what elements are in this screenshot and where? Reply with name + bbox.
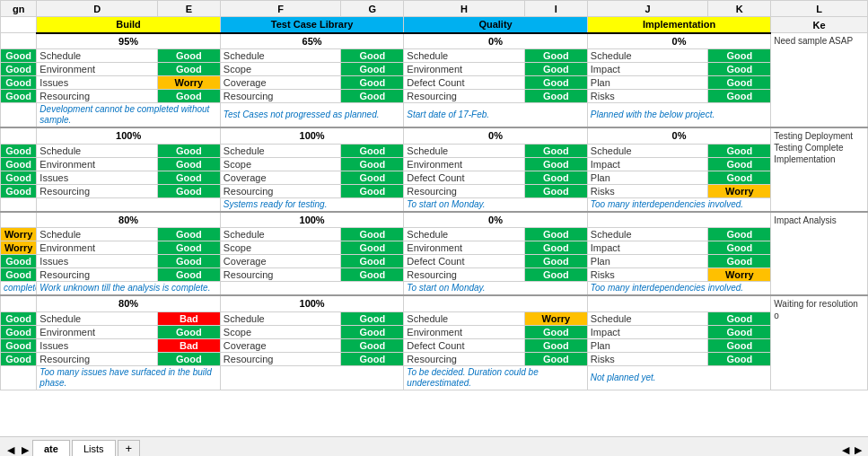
b4r2-k: Good [708,325,771,338]
b2r1-i: Good [524,144,587,157]
col-header-gn: gn [1,1,37,17]
col-header-g: G [341,1,404,17]
b2r4-g: Good [341,184,404,197]
tab-lists[interactable]: Lists [72,440,116,456]
b3r1-f: Schedule [220,228,341,241]
b1r2-f: Scope [220,63,341,76]
tab-ate[interactable]: ate [32,440,70,456]
block2-row1: Good Schedule Good Schedule Good Schedul… [1,144,868,157]
tab-bar: ◀ ▶ ate Lists + ◀ ▶ [0,436,868,456]
b3r4-f: Resourcing [220,268,341,282]
b4r4-d: Resourcing [37,352,158,365]
block4-row1: Good Schedule Bad Schedule Good Schedule… [1,311,868,325]
b3r2-d: Environment [37,241,158,255]
b3r4-h: Resourcing [404,268,525,282]
b3r3-i: Good [524,255,587,268]
block3-build-pct: 80% [37,212,220,228]
block4-build-pct: 80% [37,295,220,311]
b3r1-g: Good [341,228,404,241]
b2r1-j: Schedule [587,144,708,157]
col-header-e: E [157,1,220,17]
b4r1-h: Schedule [404,311,525,325]
b4r3-i: Good [524,338,587,352]
b3r3-g: Good [341,255,404,268]
b3r1-j: Schedule [587,228,708,241]
b2r1-k: Good [708,144,771,157]
b3r4-j: Risks [587,268,708,282]
tab-add-button[interactable]: + [118,440,141,456]
block1-pct-row: 95% 65% 0% 0% Need sample ASAP [1,33,868,49]
col-header-h: H [404,1,525,17]
block4-note-d: Too many issues have surfaced in the bui… [37,365,220,390]
tab-nav-right[interactable]: ▶ [18,444,32,456]
b3r2-k: Good [708,241,771,255]
b4r3-k: Good [708,338,771,352]
b4r4-i: Good [524,352,587,365]
block2-impl-pct: 0% [587,127,770,144]
tab-nav-left[interactable]: ◀ [4,444,18,456]
col-header-d: D [37,1,158,17]
b4r1-j: Schedule [587,311,708,325]
impl-header: Implementation [587,17,770,33]
b1r2-g: Good [341,63,404,76]
b3r2-h: Environment [404,241,525,255]
b1r2-k: Good [708,63,771,76]
block4-row4: Good Resourcing Good Resourcing Good Res… [1,352,868,365]
block1-notes: Development cannot be completed without … [1,103,868,128]
b1r2-i: Good [524,63,587,76]
b4r4-h: Resourcing [404,352,525,365]
block2-right2: Testing Complete [774,142,864,153]
b2r1-e: Good [157,144,220,157]
block2-right: Testing Deployment Testing Complete Impl… [771,127,868,212]
b3r4-d: Resourcing [37,268,158,282]
b1r4-gn: Good [1,90,37,103]
block2-note-f: Systems ready for testing. [220,197,403,212]
block4-notes: Too many issues have surfaced in the bui… [1,365,868,390]
b1r1-e: Good [157,49,220,63]
b3r4-i: Good [524,268,587,282]
b2r4-j: Risks [587,184,708,197]
block3-note-h: To start on Monday. [404,282,587,296]
col-header-f: F [220,1,341,17]
b3r3-k: Good [708,255,771,268]
tab-scroll-right[interactable]: ▶ [852,444,864,456]
block1-tcl-pct: 65% [220,33,403,49]
b1r4-e: Good [157,90,220,103]
block2-note-h: To start on Monday. [404,197,587,212]
b4r1-k: Good [708,311,771,325]
b3r2-j: Impact [587,241,708,255]
b2r3-e: Good [157,171,220,184]
b1r3-i: Good [524,76,587,90]
b3r1-k: Good [708,228,771,241]
b2r4-e: Good [157,184,220,197]
block1-row1: Good Schedule Good Schedule Good Schedul… [1,49,868,63]
block1-build-pct: 95% [37,33,220,49]
b1r1-gn: Good [1,49,37,63]
b3r2-g: Good [341,241,404,255]
col-header-j: J [587,1,708,17]
section-gn-empty [1,17,37,33]
b2r2-h: Environment [404,157,525,171]
block2-right1: Testing Deployment [774,130,864,142]
block2-pct-row: 100% 100% 0% 0% Testing Deployment Testi… [1,127,868,144]
block3-note-j: Too many interdependencies involved. [587,282,770,296]
b2r1-d: Schedule [37,144,158,157]
b3r3-gn: Good [1,255,37,268]
block3-row2: Worry Environment Good Scope Good Enviro… [1,241,868,255]
b2r4-d: Resourcing [37,184,158,197]
b1r3-d: Issues [37,76,158,90]
spreadsheet: gn D E F G H I J K L Build Test Case Lib… [0,0,868,456]
block4-tcl-pct: 100% [220,295,403,311]
block3-note-left: completed [1,282,37,296]
b2r1-gn: Good [1,144,37,157]
b1r4-j: Risks [587,90,708,103]
b2r2-j: Impact [587,157,708,171]
tab-scroll-left[interactable]: ◀ [839,444,852,456]
b3r1-e: Good [157,228,220,241]
b2r1-h: Schedule [404,144,525,157]
block1-row3: Good Issues Worry Coverage Good Defect C… [1,76,868,90]
b3r1-gn: Worry [1,228,37,241]
build-header: Build [37,17,220,33]
block1-impl-pct: 0% [587,33,770,49]
b2r2-gn: Good [1,157,37,171]
